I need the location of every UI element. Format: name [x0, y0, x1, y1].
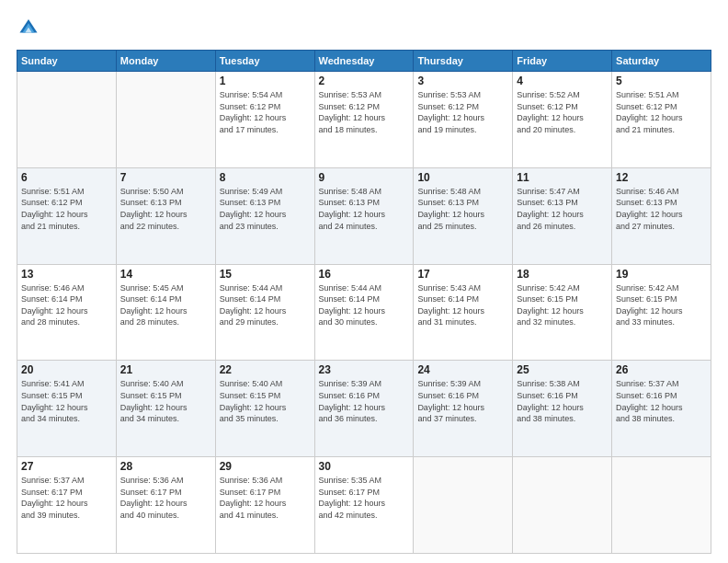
day-number: 12	[616, 171, 707, 184]
day-info: Sunrise: 5:48 AM Sunset: 6:13 PM Dayligh…	[417, 186, 508, 232]
day-info: Sunrise: 5:43 AM Sunset: 6:14 PM Dayligh…	[417, 282, 508, 328]
day-number: 21	[120, 363, 211, 376]
day-info: Sunrise: 5:44 AM Sunset: 6:14 PM Dayligh…	[319, 282, 410, 328]
calendar-cell: 4Sunrise: 5:52 AM Sunset: 6:12 PM Daylig…	[513, 72, 612, 168]
weekday-header-friday: Friday	[513, 51, 612, 72]
calendar-cell: 15Sunrise: 5:44 AM Sunset: 6:14 PM Dayli…	[215, 264, 314, 361]
day-info: Sunrise: 5:40 AM Sunset: 6:15 PM Dayligh…	[220, 378, 311, 424]
day-number: 22	[220, 363, 311, 376]
day-info: Sunrise: 5:51 AM Sunset: 6:12 PM Dayligh…	[21, 186, 112, 232]
day-info: Sunrise: 5:38 AM Sunset: 6:16 PM Dayligh…	[517, 378, 608, 424]
day-number: 23	[319, 363, 410, 376]
calendar-cell: 28Sunrise: 5:36 AM Sunset: 6:17 PM Dayli…	[116, 457, 215, 554]
day-info: Sunrise: 5:54 AM Sunset: 6:12 PM Dayligh…	[220, 89, 311, 135]
day-number: 19	[616, 268, 707, 281]
calendar-cell: 10Sunrise: 5:48 AM Sunset: 6:13 PM Dayli…	[414, 167, 513, 264]
calendar-cell: 22Sunrise: 5:40 AM Sunset: 6:15 PM Dayli…	[215, 361, 314, 457]
day-info: Sunrise: 5:46 AM Sunset: 6:14 PM Dayligh…	[21, 282, 112, 328]
calendar-cell: 11Sunrise: 5:47 AM Sunset: 6:13 PM Dayli…	[513, 167, 612, 264]
day-number: 28	[120, 460, 211, 473]
day-number: 7	[120, 171, 211, 184]
calendar-cell: 20Sunrise: 5:41 AM Sunset: 6:15 PM Dayli…	[17, 361, 117, 457]
day-number: 3	[417, 75, 508, 87]
calendar-cell: 24Sunrise: 5:39 AM Sunset: 6:16 PM Dayli…	[414, 361, 513, 457]
day-info: Sunrise: 5:39 AM Sunset: 6:16 PM Dayligh…	[319, 378, 410, 424]
week-row-2: 6Sunrise: 5:51 AM Sunset: 6:12 PM Daylig…	[17, 167, 711, 264]
day-number: 16	[319, 268, 410, 281]
calendar-cell: 25Sunrise: 5:38 AM Sunset: 6:16 PM Dayli…	[513, 361, 612, 457]
calendar-cell: 30Sunrise: 5:35 AM Sunset: 6:17 PM Dayli…	[314, 457, 414, 554]
calendar-cell: 17Sunrise: 5:43 AM Sunset: 6:14 PM Dayli…	[414, 264, 513, 361]
week-row-3: 13Sunrise: 5:46 AM Sunset: 6:14 PM Dayli…	[17, 264, 711, 361]
day-info: Sunrise: 5:37 AM Sunset: 6:16 PM Dayligh…	[616, 378, 707, 424]
day-info: Sunrise: 5:42 AM Sunset: 6:15 PM Dayligh…	[517, 282, 608, 328]
calendar-cell: 5Sunrise: 5:51 AM Sunset: 6:12 PM Daylig…	[612, 72, 711, 168]
calendar-cell: 27Sunrise: 5:37 AM Sunset: 6:17 PM Dayli…	[17, 457, 117, 554]
weekday-header-tuesday: Tuesday	[215, 51, 314, 72]
day-info: Sunrise: 5:41 AM Sunset: 6:15 PM Dayligh…	[21, 378, 112, 424]
calendar-cell: 6Sunrise: 5:51 AM Sunset: 6:12 PM Daylig…	[17, 167, 117, 264]
day-number: 4	[517, 75, 608, 87]
day-info: Sunrise: 5:46 AM Sunset: 6:13 PM Dayligh…	[616, 186, 707, 232]
day-info: Sunrise: 5:39 AM Sunset: 6:16 PM Dayligh…	[417, 378, 508, 424]
calendar-cell	[612, 457, 711, 554]
day-info: Sunrise: 5:45 AM Sunset: 6:14 PM Dayligh…	[120, 282, 211, 328]
day-info: Sunrise: 5:42 AM Sunset: 6:15 PM Dayligh…	[616, 282, 707, 328]
calendar-cell: 21Sunrise: 5:40 AM Sunset: 6:15 PM Dayli…	[116, 361, 215, 457]
weekday-header-thursday: Thursday	[414, 51, 513, 72]
day-number: 9	[319, 171, 410, 184]
day-info: Sunrise: 5:48 AM Sunset: 6:13 PM Dayligh…	[319, 186, 410, 232]
day-info: Sunrise: 5:36 AM Sunset: 6:17 PM Dayligh…	[220, 475, 311, 521]
day-info: Sunrise: 5:47 AM Sunset: 6:13 PM Dayligh…	[517, 186, 608, 232]
weekday-header-saturday: Saturday	[612, 51, 711, 72]
page: SundayMondayTuesdayWednesdayThursdayFrid…	[0, 0, 728, 563]
calendar-cell	[513, 457, 612, 554]
logo-icon	[18, 17, 39, 37]
day-info: Sunrise: 5:44 AM Sunset: 6:14 PM Dayligh…	[220, 282, 311, 328]
calendar-cell: 1Sunrise: 5:54 AM Sunset: 6:12 PM Daylig…	[215, 72, 314, 168]
weekday-header-row: SundayMondayTuesdayWednesdayThursdayFrid…	[17, 51, 711, 72]
day-number: 25	[517, 363, 608, 376]
calendar-cell	[17, 72, 117, 168]
calendar-cell: 19Sunrise: 5:42 AM Sunset: 6:15 PM Dayli…	[612, 264, 711, 361]
day-number: 30	[319, 460, 410, 473]
calendar-cell: 9Sunrise: 5:48 AM Sunset: 6:13 PM Daylig…	[314, 167, 414, 264]
calendar-cell: 8Sunrise: 5:49 AM Sunset: 6:13 PM Daylig…	[215, 167, 314, 264]
day-info: Sunrise: 5:51 AM Sunset: 6:12 PM Dayligh…	[616, 89, 707, 135]
calendar-cell: 3Sunrise: 5:53 AM Sunset: 6:12 PM Daylig…	[414, 72, 513, 168]
day-info: Sunrise: 5:53 AM Sunset: 6:12 PM Dayligh…	[417, 89, 508, 135]
day-number: 8	[220, 171, 311, 184]
day-number: 10	[417, 171, 508, 184]
day-info: Sunrise: 5:40 AM Sunset: 6:15 PM Dayligh…	[120, 378, 211, 424]
day-number: 15	[220, 268, 311, 281]
calendar-cell: 14Sunrise: 5:45 AM Sunset: 6:14 PM Dayli…	[116, 264, 215, 361]
day-number: 5	[616, 75, 707, 87]
header	[17, 17, 711, 40]
calendar-cell	[116, 72, 215, 168]
calendar-cell: 12Sunrise: 5:46 AM Sunset: 6:13 PM Dayli…	[612, 167, 711, 264]
day-number: 17	[417, 268, 508, 281]
week-row-4: 20Sunrise: 5:41 AM Sunset: 6:15 PM Dayli…	[17, 361, 711, 457]
day-number: 14	[120, 268, 211, 281]
day-number: 26	[616, 363, 707, 376]
week-row-1: 1Sunrise: 5:54 AM Sunset: 6:12 PM Daylig…	[17, 72, 711, 168]
calendar-table: SundayMondayTuesdayWednesdayThursdayFrid…	[17, 50, 711, 554]
logo	[17, 17, 39, 40]
day-number: 11	[517, 171, 608, 184]
day-info: Sunrise: 5:52 AM Sunset: 6:12 PM Dayligh…	[517, 89, 608, 135]
calendar-cell	[414, 457, 513, 554]
day-number: 20	[21, 363, 112, 376]
calendar-cell: 7Sunrise: 5:50 AM Sunset: 6:13 PM Daylig…	[116, 167, 215, 264]
calendar-cell: 13Sunrise: 5:46 AM Sunset: 6:14 PM Dayli…	[17, 264, 117, 361]
calendar-cell: 23Sunrise: 5:39 AM Sunset: 6:16 PM Dayli…	[314, 361, 414, 457]
calendar-cell: 18Sunrise: 5:42 AM Sunset: 6:15 PM Dayli…	[513, 264, 612, 361]
calendar-cell: 26Sunrise: 5:37 AM Sunset: 6:16 PM Dayli…	[612, 361, 711, 457]
weekday-header-monday: Monday	[116, 51, 215, 72]
calendar-cell: 2Sunrise: 5:53 AM Sunset: 6:12 PM Daylig…	[314, 72, 414, 168]
day-info: Sunrise: 5:49 AM Sunset: 6:13 PM Dayligh…	[220, 186, 311, 232]
day-info: Sunrise: 5:53 AM Sunset: 6:12 PM Dayligh…	[319, 89, 410, 135]
day-number: 2	[319, 75, 410, 87]
day-info: Sunrise: 5:37 AM Sunset: 6:17 PM Dayligh…	[21, 475, 112, 521]
week-row-5: 27Sunrise: 5:37 AM Sunset: 6:17 PM Dayli…	[17, 457, 711, 554]
day-number: 13	[21, 268, 112, 281]
